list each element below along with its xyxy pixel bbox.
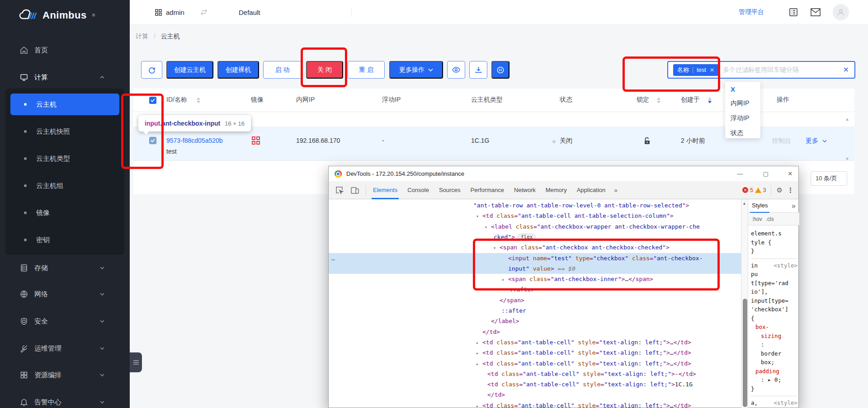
sidebar-subitem-镜像[interactable]: 镜像 bbox=[10, 202, 119, 224]
tab-styles[interactable]: Styles bbox=[748, 199, 771, 213]
sort-icon[interactable] bbox=[197, 97, 201, 104]
style-rule-line[interactable]: input[type= bbox=[751, 296, 797, 305]
class-toggle[interactable]: .cls bbox=[766, 216, 774, 222]
style-source-link[interactable]: <style> bbox=[774, 261, 797, 270]
sidebar-subitem-云主机[interactable]: 云主机 bbox=[10, 94, 119, 115]
workspace-grid-icon[interactable] bbox=[155, 0, 162, 24]
window-maximize-button[interactable]: ▢ bbox=[757, 166, 775, 181]
more-tabs-icon[interactable]: » bbox=[610, 187, 621, 194]
scrollbar-up-icon[interactable]: ▲ bbox=[742, 201, 746, 206]
devtools-tab-memory[interactable]: Memory bbox=[541, 181, 572, 199]
row-more-link[interactable]: 更多 bbox=[806, 137, 827, 145]
dom-tree-line[interactable]: </label> bbox=[329, 316, 741, 326]
devtools-tab-application[interactable]: Application bbox=[572, 181, 611, 199]
device-toolbar-icon[interactable] bbox=[350, 186, 359, 195]
dom-tree-line[interactable]: <td class="ant-table-cell" style="text-a… bbox=[329, 379, 741, 389]
dom-tree-line[interactable]: </span> bbox=[329, 295, 741, 305]
table-scroll-down-icon[interactable]: ▼ bbox=[845, 156, 849, 161]
dom-tree-line[interactable]: cked">flex bbox=[329, 232, 741, 242]
row-checkbox[interactable] bbox=[149, 137, 156, 144]
tenant-name[interactable]: admin bbox=[166, 0, 184, 24]
sidebar-subitem-云主机类型[interactable]: 云主机类型 bbox=[10, 148, 119, 169]
kebab-menu-icon[interactable]: ⋮ bbox=[787, 186, 794, 194]
devtools-tab-performance[interactable]: Performance bbox=[466, 181, 509, 199]
flex-badge[interactable]: flex bbox=[518, 234, 536, 241]
style-rule-line[interactable]: pu bbox=[751, 270, 797, 279]
breadcrumb-parent[interactable]: 计算 bbox=[136, 33, 148, 40]
column-header-created[interactable]: 创建于 bbox=[681, 96, 700, 104]
sidebar-subitem-云主机快照[interactable]: 云主机快照 bbox=[10, 121, 119, 142]
sidebar-subitem-云主机组[interactable]: 云主机组 bbox=[10, 175, 119, 197]
style-rule-line[interactable]: sizing bbox=[751, 332, 797, 341]
sidebar-item-alerts[interactable]: 告警中心 bbox=[0, 394, 130, 408]
sort-icon[interactable] bbox=[657, 97, 661, 104]
style-rule-line[interactable]: border bbox=[751, 349, 797, 358]
restart-button[interactable]: 重 启 bbox=[348, 61, 385, 79]
dom-tree-line[interactable]: </td> bbox=[329, 327, 741, 337]
style-rule-line[interactable]: tyle { bbox=[751, 238, 797, 247]
dom-tree-line[interactable]: input" value> == $0 bbox=[329, 263, 741, 274]
filter-option-内网IP[interactable]: 内网IP bbox=[731, 96, 760, 111]
expand-arrow-closed-icon[interactable]: ▸ bbox=[502, 274, 508, 285]
window-minimize-button[interactable]: — bbox=[731, 166, 749, 181]
settings-gear-icon[interactable]: ⚙ bbox=[777, 186, 783, 194]
select-all-checkbox[interactable] bbox=[149, 97, 156, 104]
table-scroll-up-icon[interactable]: ▲ bbox=[845, 117, 849, 122]
devtools-titlebar[interactable]: DevTools - 172.20.154.250/compute/instan… bbox=[329, 166, 798, 181]
refresh-button[interactable] bbox=[141, 61, 162, 79]
column-header-lock[interactable]: 锁定 bbox=[637, 96, 649, 104]
expand-arrow-open-icon[interactable]: ▾ bbox=[485, 222, 491, 232]
page-size-select[interactable]: 10 条/页 bbox=[811, 171, 847, 186]
expand-arrow-open-icon[interactable]: ▾ bbox=[476, 211, 482, 221]
style-rule-line[interactable]: a,<style> bbox=[751, 396, 797, 408]
platform-link[interactable]: 管理平台 bbox=[739, 0, 764, 24]
more-actions-button[interactable]: 更多操作 bbox=[389, 61, 443, 79]
filter-search-input[interactable]: 名称 test ✕ 多个过滤标签用回车键分隔 ✕ bbox=[667, 61, 855, 79]
sidebar-collapse-handle[interactable] bbox=[130, 352, 142, 372]
search-clear-icon[interactable]: ✕ bbox=[843, 66, 849, 74]
style-rule-line[interactable]: : bbox=[751, 340, 797, 349]
style-rule-line[interactable]: element.s bbox=[751, 229, 797, 238]
sidebar-item-storage[interactable]: 存储 bbox=[0, 259, 130, 277]
switch-icon[interactable] bbox=[200, 0, 208, 24]
stop-button[interactable]: 关 闭 bbox=[306, 61, 343, 79]
pause-button[interactable] bbox=[491, 61, 509, 79]
style-rule-line[interactable]: padding bbox=[751, 367, 797, 376]
dom-tree-line[interactable]: ::after bbox=[329, 284, 741, 295]
devtools-tab-console[interactable]: Console bbox=[402, 181, 434, 199]
sidebar-item-network[interactable]: 网络 bbox=[0, 286, 130, 303]
dom-tree-line[interactable]: ▾<label class="ant-checkbox-wrapper ant-… bbox=[329, 221, 741, 232]
dom-tree-line[interactable]: "ant-table-row ant-table-row-level-0 ant… bbox=[329, 200, 741, 211]
filter-option-浮动IP[interactable]: 浮动IP bbox=[731, 111, 760, 126]
sort-icon-descending[interactable] bbox=[708, 97, 712, 104]
dom-tree-line[interactable]: ▸<td class="ant-table-cell" style="text-… bbox=[329, 337, 741, 347]
unlock-icon[interactable] bbox=[643, 137, 651, 145]
filter-tag[interactable]: 名称 test ✕ bbox=[673, 64, 718, 76]
dom-tree-line[interactable]: <input name="test" type="checkbox" class… bbox=[329, 253, 741, 263]
hover-state-toggle[interactable]: :hov bbox=[752, 216, 762, 222]
inspect-element-icon[interactable] bbox=[335, 186, 344, 195]
create-baremetal-button[interactable]: 创建裸机 bbox=[217, 61, 259, 79]
dom-tree-line[interactable]: ▸<td class="ant-table-cell" style="text-… bbox=[329, 400, 741, 408]
style-rule-line[interactable]: in<style> bbox=[751, 258, 797, 270]
dom-tree-line[interactable]: ▾<span class="ant-checkbox ant-checkbox-… bbox=[329, 242, 741, 253]
dom-tree-line[interactable]: ::after bbox=[329, 305, 741, 316]
mail-icon[interactable] bbox=[811, 0, 821, 24]
dom-tree-line[interactable]: ▸<span class="ant-checkbox-inner">…</spa… bbox=[329, 274, 741, 284]
style-rule-line[interactable]: box- bbox=[751, 323, 797, 332]
instance-id-line2[interactable]: 9573-f88cd05a520b bbox=[166, 137, 223, 144]
sidebar-item-home[interactable]: 首页 bbox=[0, 42, 130, 59]
sidebar-item-compute[interactable]: 计算 bbox=[0, 69, 130, 86]
style-rule-line[interactable]: t[type='rad bbox=[751, 279, 797, 288]
dom-tree-line[interactable]: </td> bbox=[329, 389, 741, 400]
expand-arrow-closed-icon[interactable]: ▸ bbox=[476, 348, 482, 358]
download-button[interactable] bbox=[469, 61, 487, 79]
devtools-tab-sources[interactable]: Sources bbox=[434, 181, 466, 199]
panel-list-icon[interactable] bbox=[789, 0, 798, 24]
sidebar-subitem-密钥[interactable]: 密钥 bbox=[10, 229, 119, 251]
window-close-button[interactable]: ✕ bbox=[781, 166, 799, 181]
expand-arrow-closed-icon[interactable]: ▸ bbox=[476, 338, 482, 348]
scrollbar-thumb[interactable] bbox=[743, 299, 747, 407]
console-status-badges[interactable]: ✕ 5 3 bbox=[742, 187, 766, 193]
devtools-tab-network[interactable]: Network bbox=[509, 181, 541, 199]
